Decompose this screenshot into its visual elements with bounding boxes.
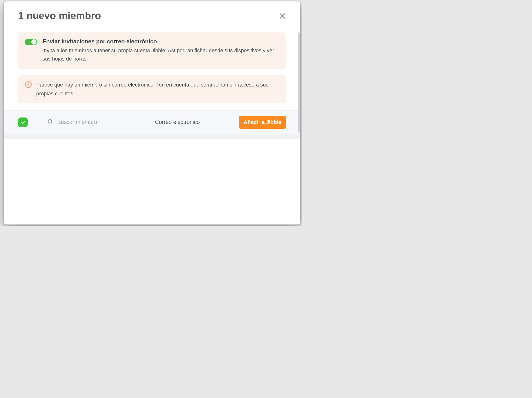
modal-lower-space (4, 139, 300, 225)
new-member-modal: 1 nuevo miembro Enviar invitaciones por … (4, 1, 300, 225)
table-body-empty-row (4, 134, 300, 139)
modal-content: Enviar invitaciones por correo electróni… (4, 22, 300, 110)
toggle-knob (31, 39, 37, 44)
warning-icon (25, 81, 32, 89)
invite-toggle-card: Enviar invitaciones por correo electróni… (18, 32, 286, 69)
close-button[interactable] (277, 10, 288, 22)
warning-text: Parece que hay un miembro sin correo ele… (36, 81, 279, 98)
svg-line-4 (51, 123, 52, 124)
select-all-checkbox[interactable] (18, 118, 28, 127)
search-column (47, 119, 147, 126)
search-member-input[interactable] (57, 119, 147, 126)
invite-email-toggle[interactable] (25, 39, 37, 45)
close-icon (279, 17, 286, 20)
invite-toggle-description: Invita a los miembros a tener su propia … (42, 46, 279, 63)
scrollbar[interactable] (298, 32, 300, 133)
modal-header: 1 nuevo miembro (4, 1, 300, 22)
search-icon (47, 119, 53, 126)
modal-title: 1 nuevo miembro (18, 10, 101, 21)
add-to-jibble-button[interactable]: Añadir a Jibble (239, 116, 286, 129)
email-column-header: Correo electrónico (155, 119, 231, 125)
members-table-header: Correo electrónico Añadir a Jibble (4, 110, 300, 134)
invite-toggle-title: Enviar invitaciones por correo electróni… (42, 38, 279, 45)
svg-rect-2 (28, 86, 29, 87)
missing-email-warning: Parece que hay un miembro sin correo ele… (18, 75, 286, 103)
